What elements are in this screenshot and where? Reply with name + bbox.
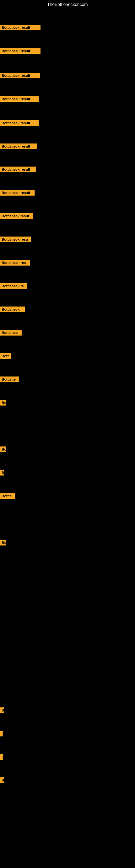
bottleneck-badge[interactable]: Bottleneck result [0, 25, 41, 30]
bottleneck-badge-row: Bottleneck resu [0, 237, 31, 243]
bottleneck-badge-row: Bo [0, 540, 6, 547]
bottleneck-badge-row: Bottleneck res [0, 260, 30, 267]
bottleneck-badge-row: Bottleneck result [0, 73, 40, 80]
bottleneck-badge-row: | [0, 754, 3, 761]
bottleneck-badge[interactable]: Bottle [0, 493, 15, 499]
bottleneck-badge[interactable]: Bottlene [0, 376, 19, 382]
bottleneck-badge[interactable]: Bottleneck re [0, 283, 27, 289]
bottleneck-badge[interactable]: Bottleneck r [0, 307, 25, 312]
bottleneck-badge-row: B [0, 470, 4, 476]
bottleneck-badge-row: Bottleneck result [0, 96, 39, 103]
bottleneck-badge[interactable]: Bottleneck resu [0, 237, 31, 242]
bottleneck-badge[interactable]: B [0, 707, 4, 713]
bottleneck-badge[interactable]: B [0, 777, 4, 783]
site-title-text: TheBottlenecker.com [47, 2, 88, 7]
bottleneck-badge-row: Bottlene [0, 376, 19, 383]
bottleneck-badge-row: Bottleneck resul [0, 213, 33, 220]
bottleneck-badge[interactable]: Bo [0, 540, 6, 546]
bottleneck-badge-row: Bottlenec [0, 330, 21, 337]
bottleneck-badge[interactable]: Bo [0, 446, 6, 452]
bottleneck-badge[interactable]: Bottleneck result [0, 144, 37, 149]
bottleneck-badge[interactable]: Bo [0, 400, 6, 405]
bottleneck-badge[interactable]: Bottleneck result [0, 48, 41, 54]
bottleneck-badge[interactable]: Bottleneck res [0, 260, 30, 266]
bottleneck-badge-row: Bottleneck result [0, 48, 41, 55]
bottleneck-badge-row: Bottleneck result [0, 166, 36, 173]
bottleneck-badge[interactable]: | [0, 731, 3, 737]
bottleneck-badge-row: Bottleneck result [0, 190, 35, 197]
bottleneck-badge-row: Bottleneck re [0, 283, 27, 290]
bottleneck-badge[interactable]: B [0, 470, 4, 475]
bottleneck-badge-row: Bottleneck result [0, 120, 39, 127]
bottleneck-badge[interactable]: Bottleneck result [0, 166, 36, 172]
bottleneck-badge-row: B [0, 707, 4, 714]
bottleneck-badge-row: Bottleneck r [0, 307, 25, 313]
bottleneck-badge-row: Bo [0, 400, 6, 407]
bottleneck-badge-row: Bott [0, 353, 11, 360]
site-title: TheBottlenecker.com [0, 0, 135, 9]
bottleneck-badge[interactable]: Bottlenec [0, 330, 21, 336]
bottleneck-badge-row: B [0, 777, 4, 784]
bottleneck-badge-row: Bottle [0, 493, 15, 500]
bottleneck-badge[interactable]: Bottleneck result [0, 96, 39, 102]
bottleneck-badge-row: | [0, 731, 3, 738]
bottleneck-badge[interactable]: Bottleneck result [0, 73, 40, 79]
bottleneck-badge[interactable]: Bottleneck result [0, 190, 35, 195]
bottleneck-badge[interactable]: Bott [0, 353, 11, 359]
bottleneck-badge-row: Bo [0, 446, 6, 453]
bottleneck-badge-row: Bottleneck result [0, 25, 41, 31]
bottleneck-badge[interactable]: Bottleneck resul [0, 213, 33, 219]
bottleneck-badge[interactable]: Bottleneck result [0, 120, 39, 126]
bottleneck-badge-row: Bottleneck result [0, 144, 37, 150]
bottleneck-badge[interactable]: | [0, 754, 3, 760]
